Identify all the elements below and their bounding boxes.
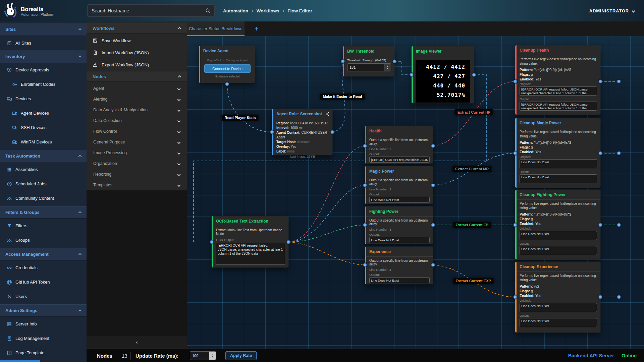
port-cleanup-magic-in[interactable]: [514, 152, 517, 155]
node-cleanup-experience[interactable]: Cleanup Experience Performs live regex-b…: [515, 262, 600, 333]
node-ocr-text-extraction[interactable]: OCR-Based Text Extraction Extract Multi-…: [212, 216, 288, 267]
sidebar-item-winrm-devices[interactable]: WinRM Devices: [0, 135, 87, 149]
breadcrumb-workflows[interactable]: Workflows: [257, 8, 279, 13]
port-experience-out[interactable]: [431, 263, 435, 267]
port-screenshot-in[interactable]: [270, 130, 274, 134]
sidebar-item-users[interactable]: Users: [0, 289, 87, 304]
port-health-out[interactable]: [431, 144, 435, 148]
sidebar-section-sites[interactable]: Sites: [0, 23, 87, 36]
new-tab-button[interactable]: +: [250, 21, 263, 36]
output-value[interactable]: [369, 277, 430, 283]
port-cleanup-fighting-in[interactable]: [514, 223, 517, 227]
sidebar-item-community-content[interactable]: Community Content: [0, 191, 87, 205]
spinner-icon[interactable]: ▲▼: [209, 352, 216, 360]
sidebar-item-devices[interactable]: Devices: [0, 92, 87, 106]
node-image-viewer[interactable]: Image Viewer 4412 / 4412 427 / 427 440 /…: [412, 46, 474, 103]
output-value[interactable]: [369, 157, 430, 163]
sidebar-section-filters-groups[interactable]: Filters & Groups: [0, 206, 87, 219]
sidebar-item-ssh-devices[interactable]: SSH Devices: [0, 120, 87, 135]
sidebar-item-agent-devices[interactable]: Agent Devices: [0, 106, 87, 120]
output-value[interactable]: [369, 197, 430, 203]
update-rate-input[interactable]: ▲▼: [190, 351, 216, 360]
port-bw-in[interactable]: [341, 60, 345, 63]
original-textarea[interactable]: [ERROR] OCR API request failed: JSON.par…: [520, 86, 597, 96]
original-textarea[interactable]: Line Does Not Exist: [520, 159, 597, 168]
port-screenshot-out[interactable]: [331, 130, 334, 134]
node-category-general-purpose[interactable]: General Purpose: [87, 137, 187, 147]
port-cleanup-health-in[interactable]: [514, 80, 517, 83]
output-value[interactable]: [369, 237, 430, 243]
node-experience[interactable]: Experience Output a specific line from a…: [365, 247, 433, 284]
node-category-organization[interactable]: Organization: [87, 158, 187, 169]
breadcrumb-flow-editor[interactable]: Flow Editor: [287, 8, 312, 13]
node-fighting-power[interactable]: Fighting Power Output a specific line fr…: [365, 206, 433, 244]
node-magic-power[interactable]: Magic Power Output a specific line from …: [365, 166, 433, 204]
port-viewer-out[interactable]: [472, 73, 476, 77]
port-magic-in[interactable]: [363, 184, 367, 187]
node-category-data-collection[interactable]: Data Collection: [87, 115, 187, 126]
output-textarea[interactable]: Line Does Not Exist: [520, 318, 597, 327]
connect-to-device-button[interactable]: Connect to Device: [204, 64, 251, 73]
port-cleanup-experience-in[interactable]: [514, 295, 517, 299]
hostname-search[interactable]: [87, 4, 215, 17]
port-magic-out[interactable]: [431, 184, 435, 187]
node-bw-threshold[interactable]: BW Threshold Threshold Strength (0–255):…: [343, 46, 394, 76]
node-category-reporting[interactable]: Reporting: [87, 169, 187, 180]
port-cleanup-health-out[interactable]: [599, 80, 602, 83]
node-category-alerting[interactable]: Alerting: [87, 94, 187, 105]
user-menu[interactable]: ADMINISTRATOR: [589, 0, 635, 21]
node-health[interactable]: Health Output a specific line from an up…: [365, 126, 433, 164]
breadcrumb-automation[interactable]: Automation: [223, 8, 248, 13]
port-cleanup-fighting-out[interactable]: [599, 223, 602, 227]
sidebar-item-enrollment-codes[interactable]: Enrollment Codes: [0, 77, 87, 92]
save-workflow-button[interactable]: Save Workflow: [87, 35, 187, 47]
port-downstream-1[interactable]: [617, 80, 621, 83]
port-cleanup-experience-out[interactable]: [599, 295, 602, 299]
output-textarea[interactable]: Line Does Not Exist: [520, 246, 597, 255]
node-category-templates[interactable]: Templates: [87, 180, 187, 190]
threshold-value-input[interactable]: [347, 64, 384, 71]
apply-rate-button[interactable]: Apply Rate: [225, 351, 257, 360]
update-rate-value-input[interactable]: [190, 352, 209, 360]
port-ocr-out[interactable]: [287, 240, 290, 244]
node-category-agent[interactable]: Agent: [87, 83, 187, 94]
port-ocr-in[interactable]: [210, 240, 214, 244]
port-downstream-2[interactable]: [617, 152, 621, 155]
sidebar-section-access-management[interactable]: Access Management: [0, 248, 87, 260]
sidebar-scrollbar[interactable]: [0, 360, 40, 362]
port-bw-out[interactable]: [393, 60, 396, 63]
node-agent-role-screenshot[interactable]: Agent Role: Screenshot Region: X:200 Y:4…: [272, 109, 332, 155]
nodes-header[interactable]: Nodes: [87, 71, 187, 82]
port-viewer-in[interactable]: [410, 73, 414, 77]
port-health-in[interactable]: [363, 144, 367, 148]
app-logo[interactable]: Borealis Automation Platform: [3, 2, 54, 20]
ocr-output-textarea[interactable]: [ERROR] OCR API request failed: JSON.par…: [216, 243, 285, 265]
flow-canvas[interactable]: Device Agent Right-Click to Configure Ag…: [187, 36, 644, 349]
spinner-icon[interactable]: ▲▼: [384, 64, 391, 71]
output-textarea[interactable]: Line Does Not Exist: [520, 174, 597, 183]
share-icon[interactable]: [325, 112, 330, 116]
sidebar-section-task-automation[interactable]: Task Automation: [0, 150, 87, 162]
sidebar-section-inventory[interactable]: Inventory: [0, 50, 87, 63]
port-downstream-4[interactable]: [617, 295, 621, 299]
port-experience-in[interactable]: [363, 263, 367, 267]
sidebar-item-credentials[interactable]: Credentials: [0, 260, 87, 275]
port-downstream-3[interactable]: [617, 223, 621, 227]
output-textarea[interactable]: [ERROR] OCR API request failed: JSON.par…: [520, 102, 597, 111]
port-cleanup-magic-out[interactable]: [599, 152, 602, 155]
sidebar-item-device-approvals[interactable]: Device Approvals: [0, 63, 87, 77]
port-device-agent-out[interactable]: [225, 82, 229, 86]
sidebar-item-server-info[interactable]: Server Info: [0, 317, 87, 331]
sidebar-item-github-api-token[interactable]: GitHub API Token: [0, 275, 87, 289]
original-textarea[interactable]: Line Does Not Exist: [520, 231, 597, 240]
sidebar-section-admin-settings[interactable]: Admin Settings: [0, 304, 87, 317]
node-category-image-processing[interactable]: Image Processing: [87, 147, 187, 158]
node-cleanup-magic-power[interactable]: Cleanup Magic Power Performs live regex-…: [515, 118, 600, 188]
workflows-header[interactable]: Workflows: [87, 23, 187, 34]
threshold-input[interactable]: ▲▼: [347, 63, 391, 71]
port-fighting-out[interactable]: [431, 223, 435, 227]
sidebar-item-groups[interactable]: Groups: [0, 233, 87, 247]
import-workflow-button[interactable]: Import Workflow (JSON): [87, 47, 187, 59]
port-fighting-in[interactable]: [363, 223, 367, 227]
node-device-agent[interactable]: Device Agent Right-Click to Configure Ag…: [199, 46, 255, 83]
